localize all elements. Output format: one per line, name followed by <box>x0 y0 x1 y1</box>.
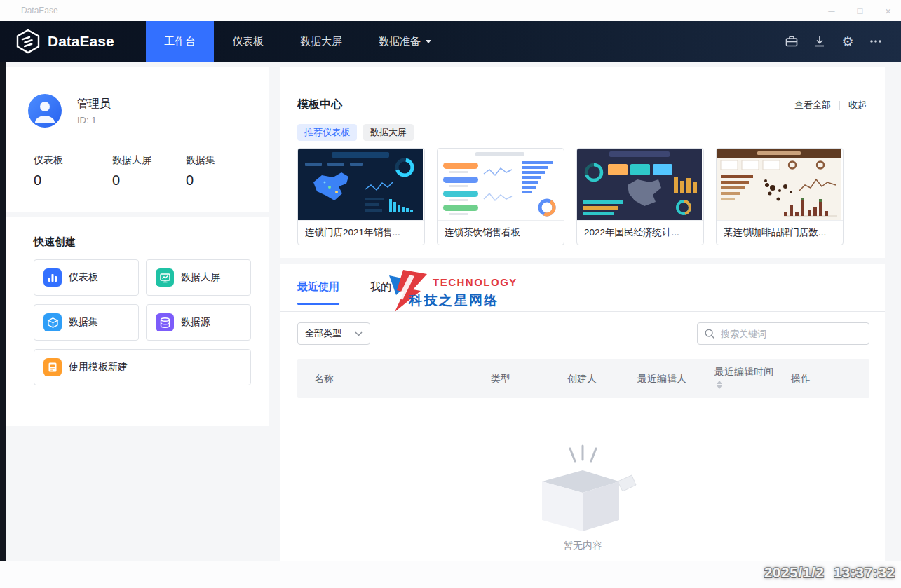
tag-recommended-dashboards[interactable]: 推荐仪表板 <box>297 124 357 141</box>
create-dataset-button[interactable]: 数据集 <box>34 304 139 341</box>
type-filter-select[interactable]: 全部类型 <box>297 322 370 345</box>
create-datascreen-button[interactable]: 数据大屏 <box>146 259 251 296</box>
template-card-preview <box>298 149 423 220</box>
column-last-edit-time: 最近编辑时间 <box>714 365 791 392</box>
dataease-logo-icon <box>15 29 41 54</box>
stat-dashboard: 仪表板 0 <box>34 154 63 189</box>
dashboard-icon <box>43 268 62 287</box>
template-card-preview <box>717 149 841 220</box>
create-datasource-button[interactable]: 数据源 <box>146 304 251 341</box>
dataease-window: DataEase ─ □ × DataEase 工作台 仪表 <box>0 0 901 588</box>
timestamp-watermark: 2025/1/2 13:37:32 <box>764 565 895 581</box>
search-input[interactable] <box>719 328 862 340</box>
empty-text: 暂无内容 <box>280 540 885 552</box>
create-dashboard-button[interactable]: 仪表板 <box>34 259 139 296</box>
create-from-template-button[interactable]: 使用模板新建 <box>34 349 251 385</box>
template-card[interactable]: 2022年国民经济统计... <box>576 148 704 245</box>
chevron-down-icon <box>426 40 431 43</box>
empty-box-icon <box>527 443 639 533</box>
template-card[interactable]: 连锁门店2021年销售... <box>297 148 425 245</box>
nav-tab-workbench[interactable]: 工作台 <box>146 21 214 62</box>
search-icon <box>704 328 715 339</box>
divider <box>839 101 840 110</box>
tab-mine[interactable]: 我的 <box>370 280 391 305</box>
profile-card: 管理员 ID: 1 仪表板 0 数据大屏 0 数据集 0 <box>6 67 269 212</box>
view-all-link[interactable]: 查看全部 <box>794 99 831 111</box>
window-titlebar: DataEase ─ □ × <box>0 0 901 22</box>
template-card[interactable]: 连锁茶饮销售看板 <box>437 148 564 245</box>
tag-datascreen-templates[interactable]: 数据大屏 <box>363 124 414 141</box>
nav-tab-dataprep[interactable]: 数据准备 <box>360 21 449 62</box>
stat-dataset-value: 0 <box>186 172 215 189</box>
top-navbar: DataEase 工作台 仪表板 数据大屏 数据准备 <box>0 21 901 62</box>
template-center-title: 模板中心 <box>297 97 342 112</box>
column-actions: 操作 <box>791 372 853 385</box>
template-card-title: 某连锁咖啡品牌门店数... <box>717 220 843 245</box>
column-type: 类型 <box>491 372 567 385</box>
settings-gear-icon[interactable]: ⚙ <box>841 34 855 48</box>
nav-tab-dashboard[interactable]: 仪表板 <box>214 21 282 62</box>
close-button[interactable]: × <box>885 5 891 17</box>
collapse-link[interactable]: 收起 <box>848 99 867 111</box>
stat-datascreen-value: 0 <box>112 172 151 189</box>
template-market-icon[interactable] <box>785 34 799 48</box>
window-title: DataEase <box>21 6 58 15</box>
template-center-panel: 模板中心 查看全部 收起 推荐仪表板 数据大屏 <box>280 67 885 258</box>
stat-datascreen: 数据大屏 0 <box>112 154 151 189</box>
brand-name: DataEase <box>48 33 114 50</box>
template-card-preview <box>438 149 562 220</box>
search-box <box>697 322 869 345</box>
template-file-icon <box>43 358 62 376</box>
nav-tabs: 工作台 仪表板 数据大屏 数据准备 <box>146 21 449 62</box>
quick-create-title: 快速创建 <box>34 235 76 249</box>
table-header: 名称 类型 创建人 最近编辑人 最近编辑时间 操作 <box>297 359 869 398</box>
more-ellipsis-icon[interactable] <box>869 34 883 48</box>
stat-dashboard-value: 0 <box>34 172 63 189</box>
chevron-down-icon <box>355 331 363 336</box>
nav-tab-datascreen[interactable]: 数据大屏 <box>282 21 360 62</box>
column-creator: 创建人 <box>567 372 637 385</box>
template-card-title: 2022年国民经济统计... <box>577 220 703 245</box>
user-name: 管理员 <box>77 97 111 111</box>
brand[interactable]: DataEase <box>15 21 114 62</box>
maximize-button[interactable]: □ <box>857 6 862 16</box>
empty-state: 暂无内容 <box>280 443 885 552</box>
stat-dataset: 数据集 0 <box>186 154 215 189</box>
minimize-button[interactable]: ─ <box>828 6 834 16</box>
template-card-title: 连锁门店2021年销售... <box>298 220 424 245</box>
column-last-editor: 最近编辑人 <box>637 372 714 385</box>
user-id: ID: 1 <box>77 115 96 125</box>
recent-panel: 最近使用 我的 全部类型 名称 类型 创建人 最近编辑人 最近编辑时间 <box>280 264 885 561</box>
sort-icon[interactable] <box>717 381 722 389</box>
avatar[interactable] <box>28 94 62 128</box>
quick-create-card: 快速创建 仪表板 数据大屏 <box>6 217 269 426</box>
tabs-divider <box>280 311 885 312</box>
template-card-title: 连锁茶饮销售看板 <box>438 220 564 245</box>
column-name: 名称 <box>297 372 491 385</box>
template-card[interactable]: 某连锁咖啡品牌门店数... <box>716 148 844 245</box>
datasource-database-icon <box>156 313 174 331</box>
tab-recently-used[interactable]: 最近使用 <box>297 280 339 305</box>
template-card-preview <box>577 149 702 220</box>
screen-icon <box>156 268 174 287</box>
left-edge-strip <box>0 62 6 561</box>
dataset-cube-icon <box>43 313 62 331</box>
download-icon[interactable] <box>813 34 827 48</box>
